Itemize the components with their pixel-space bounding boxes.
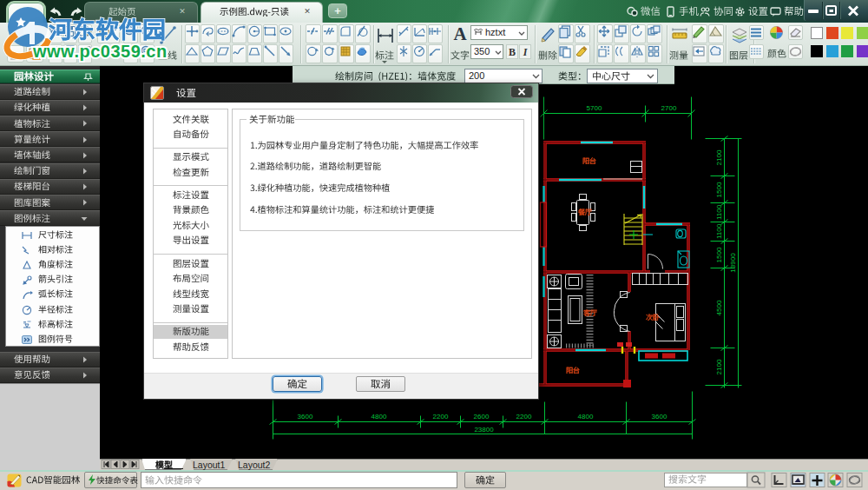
svg-text:4800: 4800 [372, 413, 387, 420]
svg-text:2700: 2700 [661, 104, 677, 112]
svg-text:4800: 4800 [578, 413, 594, 420]
svg-text:23800: 23800 [474, 426, 494, 434]
svg-text:2100: 2100 [715, 359, 723, 374]
svg-text:13900: 13900 [729, 253, 737, 273]
svg-text:5700: 5700 [587, 104, 602, 112]
svg-text:3600: 3600 [298, 413, 313, 420]
svg-text:1500: 1500 [715, 247, 723, 262]
svg-text:2100: 2100 [715, 149, 723, 165]
svg-text:3600: 3600 [652, 413, 667, 420]
svg-text:2600: 2600 [474, 413, 490, 420]
svg-text:2200: 2200 [433, 413, 449, 420]
svg-text:1100: 1100 [715, 223, 723, 239]
svg-text:1100: 1100 [715, 204, 723, 220]
svg-text:4500: 4500 [715, 300, 723, 315]
svg-text:2200: 2200 [516, 413, 532, 420]
svg-text:1500: 1500 [715, 182, 723, 197]
